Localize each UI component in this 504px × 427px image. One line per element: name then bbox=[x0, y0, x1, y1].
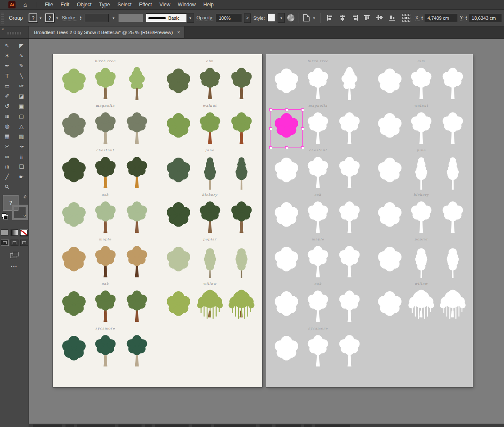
tree-maple-2[interactable] bbox=[303, 244, 333, 281]
species-label[interactable]: Walnut bbox=[414, 104, 428, 109]
tree-walnut-3[interactable] bbox=[226, 110, 257, 147]
stroke-proxy[interactable]: ? bbox=[12, 205, 28, 220]
tree-oak-3[interactable] bbox=[334, 288, 365, 325]
tree-chestnut-3[interactable] bbox=[334, 155, 365, 192]
align-horizontal-center-icon[interactable] bbox=[338, 14, 348, 22]
tree-hickory-1[interactable] bbox=[163, 199, 194, 236]
species-label[interactable]: Magnolia bbox=[308, 104, 327, 109]
x-label[interactable]: X: bbox=[415, 15, 420, 21]
tree-chestnut-2[interactable] bbox=[90, 155, 121, 192]
reference-point-grid[interactable] bbox=[402, 14, 410, 22]
tree-pine-1[interactable] bbox=[163, 155, 194, 192]
eyedropper-tool[interactable]: ✒ bbox=[14, 141, 29, 151]
tree-chestnut-1[interactable] bbox=[59, 155, 89, 192]
species-label[interactable]: Willow bbox=[415, 282, 428, 287]
tree-hickory-3[interactable] bbox=[226, 199, 257, 236]
species-label[interactable]: Oak bbox=[314, 282, 321, 287]
line-segment-tool[interactable]: ╲ bbox=[14, 71, 29, 81]
tree-maple-3[interactable] bbox=[334, 244, 365, 281]
tree-walnut-1[interactable] bbox=[375, 110, 405, 147]
menu-view[interactable]: View bbox=[156, 1, 174, 8]
tree-magnolia-2[interactable] bbox=[303, 110, 333, 147]
symbol-sprayer-tool[interactable]: ⣿ bbox=[14, 151, 29, 161]
y-stepper[interactable]: ▴▾ bbox=[465, 16, 468, 21]
brush-preview[interactable]: Basic bbox=[146, 13, 187, 22]
collapse-panel-icon[interactable]: « bbox=[2, 27, 4, 32]
style-swatch[interactable] bbox=[268, 14, 276, 22]
gradient-button[interactable] bbox=[10, 229, 18, 236]
tree-birch-tree-1[interactable] bbox=[59, 66, 89, 103]
perspective-grid-tool[interactable]: △ bbox=[14, 121, 29, 131]
artboard-white[interactable]: Birch TreeElmMagnoliaWalnutChestnutPineA… bbox=[266, 54, 473, 387]
menu-window[interactable]: Window bbox=[174, 1, 200, 8]
tree-hickory-1[interactable] bbox=[375, 199, 405, 236]
none-button[interactable] bbox=[20, 229, 28, 236]
magic-wand-tool[interactable]: ✶ bbox=[0, 50, 14, 61]
tree-pine-2[interactable] bbox=[406, 155, 436, 192]
tree-birch-tree-2[interactable] bbox=[303, 66, 333, 103]
tree-maple-1[interactable] bbox=[59, 244, 89, 281]
x-stepper[interactable]: ▴▾ bbox=[420, 16, 424, 21]
tree-poplar-1[interactable] bbox=[163, 244, 194, 281]
tree-hickory-2[interactable] bbox=[406, 199, 436, 236]
species-label[interactable]: Maple bbox=[99, 237, 112, 243]
blend-tool[interactable]: ∞ bbox=[0, 151, 14, 161]
tree-elm-2[interactable] bbox=[195, 66, 225, 103]
tree-walnut-2[interactable] bbox=[406, 110, 436, 147]
tree-oak-1[interactable] bbox=[271, 288, 302, 325]
tree-birch-tree-3[interactable] bbox=[334, 66, 365, 103]
eraser-tool[interactable]: ◪ bbox=[14, 91, 29, 101]
lasso-tool[interactable]: ∿ bbox=[14, 50, 29, 61]
chevron-down-icon[interactable]: ▾ bbox=[111, 15, 116, 21]
tree-sycamore-1[interactable] bbox=[271, 333, 302, 370]
tree-ash-1[interactable] bbox=[271, 199, 302, 236]
tree-chestnut-3[interactable] bbox=[122, 155, 152, 192]
tree-poplar-3[interactable] bbox=[438, 244, 468, 281]
tree-magnolia-1[interactable] bbox=[59, 110, 89, 147]
tree-birch-tree-1[interactable] bbox=[271, 66, 302, 103]
species-label[interactable]: Elm bbox=[206, 59, 214, 65]
chevron-down-icon[interactable]: ▾ bbox=[55, 15, 60, 21]
tree-elm-1[interactable] bbox=[375, 66, 405, 103]
tree-ash-3[interactable] bbox=[122, 199, 152, 236]
tree-ash-1[interactable] bbox=[59, 199, 89, 236]
species-label[interactable]: Chestnut bbox=[309, 148, 327, 154]
align-bottom-icon[interactable] bbox=[387, 14, 397, 22]
tree-willow-3[interactable] bbox=[438, 288, 468, 325]
panel-grip[interactable] bbox=[1, 13, 4, 24]
tree-oak-2[interactable] bbox=[90, 288, 121, 325]
tree-oak-3[interactable] bbox=[122, 288, 152, 325]
document-setup-icon[interactable] bbox=[303, 14, 310, 21]
tree-elm-3[interactable] bbox=[438, 66, 468, 103]
chevron-down-icon[interactable]: ▾ bbox=[187, 13, 194, 23]
stroke-weight-label[interactable]: Stroke: bbox=[62, 15, 76, 21]
tree-willow-1[interactable] bbox=[163, 288, 194, 325]
menu-effect[interactable]: Effect bbox=[135, 1, 155, 8]
species-label[interactable]: Poplar bbox=[203, 237, 216, 243]
tree-elm-2[interactable] bbox=[406, 66, 436, 103]
align-vertical-center-icon[interactable] bbox=[375, 14, 385, 22]
rotate-tool[interactable]: ↺ bbox=[0, 101, 14, 111]
y-label[interactable]: Y: bbox=[460, 15, 464, 21]
species-label[interactable]: Magnolia bbox=[96, 104, 115, 109]
tree-willow-2[interactable] bbox=[195, 288, 225, 325]
type-tool[interactable]: T bbox=[0, 71, 14, 81]
tree-elm-1[interactable] bbox=[163, 66, 194, 103]
tree-pine-1[interactable] bbox=[375, 155, 405, 192]
stroke-color-dropdown[interactable]: ? ▾ bbox=[45, 13, 60, 22]
tree-oak-2[interactable] bbox=[303, 288, 333, 325]
dock-grip[interactable] bbox=[7, 32, 21, 34]
tree-poplar-2[interactable] bbox=[195, 244, 225, 281]
chevron-down-icon[interactable]: ▾ bbox=[312, 15, 317, 21]
align-left-icon[interactable] bbox=[325, 14, 335, 22]
direct-selection-tool[interactable]: ◤ bbox=[14, 40, 29, 50]
species-label[interactable]: Willow bbox=[203, 282, 216, 287]
menu-edit[interactable]: Edit bbox=[57, 1, 73, 8]
tree-birch-tree-2[interactable] bbox=[90, 66, 121, 103]
species-label[interactable]: Sycamore bbox=[308, 327, 328, 332]
draw-normal-button[interactable] bbox=[1, 240, 9, 246]
tree-hickory-2[interactable] bbox=[195, 199, 225, 236]
chevron-down-icon[interactable]: ▾ bbox=[278, 13, 285, 23]
opacity-expand-button[interactable]: > bbox=[244, 13, 251, 23]
menu-file[interactable]: File bbox=[41, 1, 57, 8]
